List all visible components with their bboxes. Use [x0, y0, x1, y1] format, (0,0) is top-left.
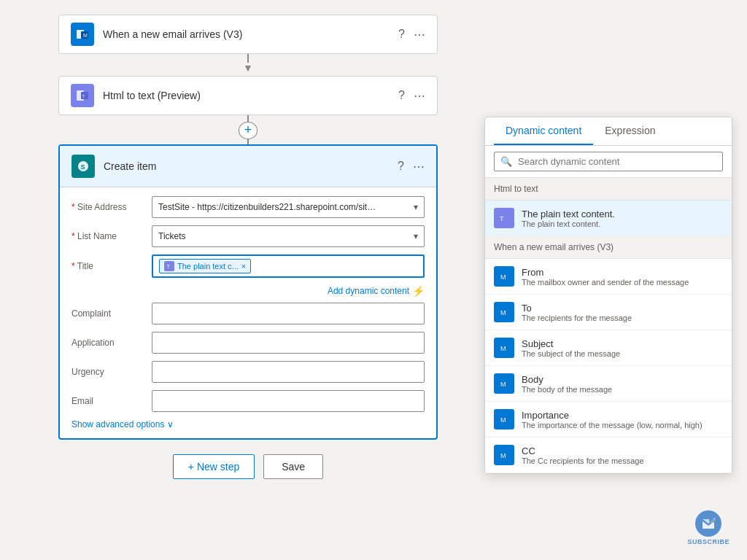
tag-text: The plain text c... [177, 262, 239, 271]
dynamic-item-importance[interactable]: M Importance The importance of the messa… [485, 402, 732, 438]
application-row: Application [71, 332, 425, 354]
html-item-icon: T [494, 208, 514, 228]
site-address-label: Site Address [71, 202, 152, 212]
outlook-cc-icon: M [494, 445, 514, 465]
add-dynamic-icon: ⚡ [412, 285, 425, 297]
title-input[interactable]: T The plain text c... × [152, 254, 425, 278]
importance-item-text: Importance The importance of the message… [522, 410, 723, 429]
svg-text:M: M [500, 416, 506, 424]
create-item-form: Site Address TestSite - https://citizenb… [60, 187, 436, 438]
step1-help-icon[interactable]: ? [398, 28, 405, 41]
bottom-actions: + New step Save [58, 454, 438, 479]
step2-actions: ? ⋯ [398, 89, 425, 103]
complaint-row: Complaint [71, 303, 425, 324]
plain-text-item-text: The plain text content. The plain text c… [522, 209, 723, 228]
svg-text:T: T [167, 264, 171, 269]
search-box: 🔍 [494, 152, 723, 171]
show-advanced-label: Show advanced options [71, 419, 164, 429]
svg-text:M: M [500, 452, 506, 459]
svg-text:🧬: 🧬 [711, 518, 716, 524]
site-address-value: TestSite - https://citizenbuilders221.sh… [158, 202, 377, 212]
subscribe-watermark: 🧬 SUBSCRIBE [687, 510, 729, 545]
section-html-to-text: Html to text [485, 178, 732, 201]
dynamic-item-subject[interactable]: M Subject The subject of the message [485, 330, 732, 366]
step2-card: T Html to text (Preview) ? ⋯ [58, 76, 438, 115]
complaint-input[interactable] [152, 303, 425, 324]
step2-title: Html to text (Preview) [103, 90, 398, 101]
add-dynamic-label: Add dynamic content [328, 286, 409, 296]
plain-text-tag: T The plain text c... × [159, 259, 251, 273]
connector1: ▼ [58, 54, 438, 76]
dynamic-item-body[interactable]: M Body The body of the message [485, 366, 732, 402]
svg-text:M: M [500, 381, 506, 388]
step2-more-icon[interactable]: ⋯ [414, 89, 425, 103]
site-address-chevron: ▾ [414, 202, 418, 212]
show-advanced-button[interactable]: Show advanced options ∨ [71, 419, 425, 429]
site-address-row: Site Address TestSite - https://citizenb… [71, 196, 425, 218]
connector2: + [58, 115, 438, 144]
svg-text:M: M [500, 273, 506, 281]
svg-text:M: M [500, 309, 506, 316]
urgency-row: Urgency [71, 361, 425, 383]
to-item-text: To The recipients for the message [522, 303, 723, 322]
subscribe-icon: 🧬 [695, 510, 721, 537]
svg-text:M: M [83, 33, 88, 38]
html-icon: T [71, 84, 94, 107]
show-advanced-chevron-icon: ∨ [167, 419, 174, 429]
title-row: Title T The plain text c... × [71, 254, 425, 278]
create-item-title: Create item [104, 160, 398, 172]
add-dynamic-row[interactable]: Add dynamic content ⚡ [71, 285, 425, 297]
dynamic-item-plain-text[interactable]: T The plain text content. The plain text… [485, 201, 732, 236]
email-row: Email [71, 390, 425, 412]
create-item-more-icon[interactable]: ⋯ [413, 160, 425, 174]
email-input[interactable] [152, 390, 425, 412]
step1-more-icon[interactable]: ⋯ [414, 28, 425, 42]
outlook-from-icon: M [494, 266, 514, 287]
tag-html-icon: T [164, 261, 174, 271]
step1-actions: ? ⋯ [398, 28, 425, 42]
outlook-to-icon: M [494, 302, 514, 322]
subject-item-text: Subject The subject of the message [522, 338, 723, 358]
dynamic-content-panel: Dynamic content Expression 🔍 Html to tex… [484, 117, 732, 474]
create-item-header: S Create item ? ⋯ [60, 146, 436, 187]
body-item-text: Body The body of the message [522, 374, 723, 394]
urgency-input[interactable] [152, 361, 425, 383]
save-button[interactable]: Save [263, 454, 323, 479]
step1-title: When a new email arrives (V3) [103, 28, 398, 40]
list-name-label: List Name [71, 231, 152, 241]
subscribe-text: SUBSCRIBE [687, 538, 729, 545]
svg-text:T: T [500, 215, 504, 222]
panel-content: Html to text T The plain text content. T… [485, 178, 732, 473]
outlook-body-icon: M [494, 373, 514, 394]
svg-text:M: M [500, 345, 506, 352]
dynamic-item-from[interactable]: M From The mailbox owner and sender of t… [485, 259, 732, 295]
step2-help-icon[interactable]: ? [398, 89, 405, 102]
outlook-icon: M [71, 23, 94, 46]
list-name-value: Tickets [158, 231, 186, 241]
dynamic-item-cc[interactable]: M CC The Cc recipients for the message [485, 438, 732, 473]
step1-card: M When a new email arrives (V3) ? ⋯ [58, 15, 438, 54]
panel-tabs: Dynamic content Expression [485, 117, 732, 146]
tab-dynamic-content[interactable]: Dynamic content [494, 117, 593, 145]
cc-item-text: CC The Cc recipients for the message [522, 446, 723, 465]
sharepoint-icon: S [71, 155, 95, 178]
create-item-help-icon[interactable]: ? [398, 160, 404, 173]
add-step-plus-icon[interactable]: + [239, 122, 258, 139]
create-item-actions: ? ⋯ [398, 160, 425, 174]
outlook-subject-icon: M [494, 338, 514, 358]
application-input[interactable] [152, 332, 425, 354]
new-step-button[interactable]: + New step [173, 454, 255, 479]
dynamic-item-to[interactable]: M To The recipients for the message [485, 295, 732, 330]
site-address-select[interactable]: TestSite - https://citizenbuilders221.sh… [152, 196, 425, 218]
panel-search: 🔍 [485, 146, 732, 178]
tag-close-icon[interactable]: × [241, 262, 246, 271]
section-new-email: When a new email arrives (V3) [485, 236, 732, 259]
tab-expression[interactable]: Expression [593, 117, 667, 145]
svg-text:S: S [81, 163, 85, 171]
complaint-label: Complaint [71, 308, 152, 319]
list-name-select[interactable]: Tickets ▾ [152, 225, 425, 247]
application-label: Application [71, 338, 152, 348]
search-input[interactable] [518, 156, 716, 167]
list-name-row: List Name Tickets ▾ [71, 225, 425, 247]
urgency-label: Urgency [71, 367, 152, 377]
